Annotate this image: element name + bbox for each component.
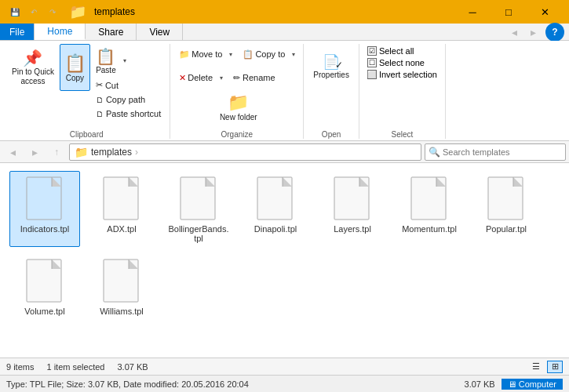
file-item[interactable]: Dinapoli.tpl (240, 171, 311, 247)
copy-to-split: 📋 Copy to ▾ (239, 44, 298, 64)
paste-shortcut-button[interactable]: 🗋 Paste shortcut (92, 107, 165, 121)
move-to-button[interactable]: 📁 Move to (175, 44, 226, 64)
file-icon (21, 175, 68, 222)
file-icon (98, 175, 145, 222)
file-name: Layers.tpl (334, 224, 371, 234)
file-name: Indicators.tpl (20, 224, 69, 234)
copy-to-icon: 📋 (243, 49, 253, 60)
view-details-button[interactable]: ☰ (528, 361, 544, 373)
clipboard-label: Clipboard (70, 130, 104, 139)
search-box[interactable]: 🔍 (425, 143, 566, 161)
ribbon: 📌 Pin to Quick access 📋 Copy 📋 Paste ▾ (0, 41, 569, 141)
paste-arrow[interactable]: ▾ (120, 44, 129, 77)
rename-icon: ✏ (233, 73, 240, 83)
paste-icon: 📋 (96, 47, 115, 66)
select-none-button[interactable]: ☐ Select none (364, 57, 428, 68)
ribbon-nav-back[interactable]: ◂ (505, 23, 523, 42)
file-item[interactable]: Williams.tpl (86, 253, 157, 320)
minimize-button[interactable]: ─ (454, 0, 491, 24)
invert-checkbox-icon: ⬜ (367, 70, 377, 79)
file-item[interactable]: BollingerBands.tpl (163, 171, 234, 247)
title-bar: 💾 ↶ ↷ 📁 templates ─ □ ✕ (0, 0, 569, 24)
open-label: Open (322, 130, 341, 139)
cut-button[interactable]: ✂ Cut (92, 78, 165, 93)
file-icon (175, 175, 222, 222)
delete-button[interactable]: ✕ Delete (175, 67, 217, 88)
file-icon (406, 175, 453, 222)
file-item[interactable]: Popular.tpl (471, 171, 542, 247)
new-folder-button[interactable]: 📁 New folder (215, 85, 262, 129)
view-icons-button[interactable]: ⊞ (547, 361, 563, 373)
copy-path-icon: 🗋 (96, 96, 104, 104)
address-path[interactable]: 📁 templates › (69, 143, 421, 161)
file-item[interactable]: Volume.tpl (9, 253, 80, 320)
file-item[interactable]: Indicators.tpl (9, 171, 80, 247)
paste-shortcut-icon: 🗋 (96, 110, 104, 118)
select-label: Select (391, 130, 413, 139)
tab-home[interactable]: Home (35, 24, 86, 40)
nav-forward-button[interactable]: ▸ (25, 143, 44, 162)
file-name: Popular.tpl (486, 224, 527, 234)
item-count: 9 items (6, 362, 34, 372)
pin-icon: 📌 (23, 49, 42, 67)
quick-access-redo[interactable]: ↷ (44, 3, 61, 20)
tab-share[interactable]: Share (86, 24, 137, 40)
properties-icon: 📄 ✓ (323, 53, 340, 71)
delete-icon: ✕ (179, 73, 186, 83)
file-icon (21, 257, 68, 304)
file-name: Williams.tpl (100, 307, 144, 316)
move-to-arrow[interactable]: ▾ (226, 44, 235, 64)
copy-to-button[interactable]: 📋 Copy to (239, 44, 289, 64)
clipboard-group: 📌 Pin to Quick access 📋 Copy 📋 Paste ▾ (3, 44, 170, 139)
move-to-icon: 📁 (179, 49, 190, 60)
move-to-split: 📁 Move to ▾ (175, 44, 235, 64)
copy-button[interactable]: 📋 Copy (60, 44, 90, 91)
organize-group: 📁 Move to ▾ 📋 Copy to ▾ (170, 44, 304, 139)
title-text: templates (94, 6, 135, 17)
file-name: ADX.tpl (107, 224, 136, 234)
select-group: ☑ Select all ☐ Select none ⬜ Invert sele… (359, 44, 446, 139)
file-item[interactable]: Momentum.tpl (394, 171, 465, 247)
copy-to-arrow[interactable]: ▾ (289, 44, 298, 64)
computer-button[interactable]: 🖥 Computer (502, 379, 563, 390)
tab-bar: File Home Share View ◂ ▸ ? (0, 24, 569, 41)
maximize-button[interactable]: □ (491, 0, 527, 24)
file-area: Indicators.tplADX.tplBollingerBands.tplD… (0, 163, 569, 358)
file-icon (329, 175, 376, 222)
invert-selection-button[interactable]: ⬜ Invert selection (364, 69, 440, 80)
nav-back-button[interactable]: ◂ (3, 143, 22, 162)
file-item[interactable]: ADX.tpl (86, 171, 157, 247)
close-button[interactable]: ✕ (527, 0, 563, 24)
help-button[interactable]: ? (545, 23, 564, 42)
pin-quickaccess-button[interactable]: 📌 Pin to Quick access (8, 44, 58, 91)
open-group: 📄 ✓ Properties Open (304, 44, 359, 139)
tab-file[interactable]: File (0, 24, 35, 40)
type-info: Type: TPL File; Size: 3.07 KB, Date modi… (6, 379, 249, 389)
folder-icon-addr: 📁 (75, 146, 88, 158)
nav-up-button[interactable]: ↑ (47, 143, 66, 162)
quick-access-undo[interactable]: ↶ (25, 3, 42, 20)
address-bar: ◂ ▸ ↑ 📁 templates › 🔍 (0, 141, 569, 163)
computer-icon: 🖥 (508, 379, 516, 389)
copy-path-button[interactable]: 🗋 Copy path (92, 93, 165, 107)
select-all-button[interactable]: ☑ Select all (364, 45, 418, 56)
search-icon: 🔍 (429, 147, 440, 158)
new-folder-icon: 📁 (228, 93, 249, 113)
info-bar: Type: TPL File; Size: 3.07 KB, Date modi… (0, 375, 569, 392)
file-name: Dinapoli.tpl (254, 224, 297, 234)
cut-icon: ✂ (96, 80, 103, 90)
quick-access-save[interactable]: 💾 (6, 3, 24, 20)
file-name: Volume.tpl (24, 307, 64, 316)
copy-icon: 📋 (64, 53, 86, 74)
tab-view[interactable]: View (137, 24, 183, 40)
file-item[interactable]: Layers.tpl (317, 171, 388, 247)
title-folder-icon: 📁 (69, 3, 86, 20)
file-icon (252, 175, 299, 222)
ribbon-nav-forward[interactable]: ▸ (523, 23, 542, 42)
properties-button[interactable]: 📄 ✓ Properties (308, 44, 354, 88)
file-name: BollingerBands.tpl (167, 224, 230, 243)
file-size-status: 3.07 KB (117, 362, 148, 372)
search-input[interactable] (443, 147, 562, 157)
paste-button[interactable]: 📋 Paste (92, 44, 120, 77)
file-size-info: 3.07 KB (465, 379, 495, 389)
